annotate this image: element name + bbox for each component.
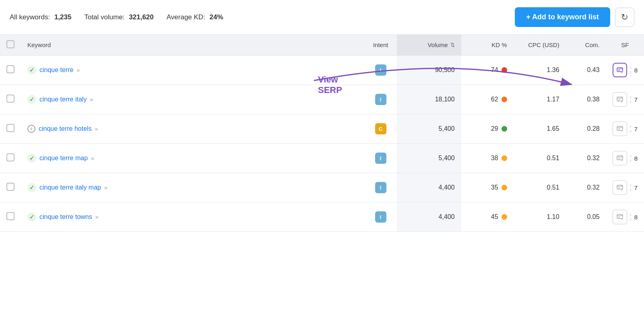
serp-icon[interactable] xyxy=(613,180,627,195)
sf-cell: 7 xyxy=(606,114,644,144)
refresh-button[interactable]: ↺ xyxy=(615,8,634,27)
kd-dot xyxy=(502,185,507,190)
chevron-double-icon: » xyxy=(95,126,98,132)
keyword-text: cinque terre towns xyxy=(39,213,92,221)
keyword-text: cinque terre map xyxy=(39,155,88,162)
kd-dot xyxy=(502,155,507,161)
intent-cell: I xyxy=(365,144,397,173)
volume-cell: 4,400 xyxy=(397,202,461,232)
keyword-text: cinque terre hotels xyxy=(39,125,92,132)
kd-cell: 35 xyxy=(461,173,514,202)
kd-value: 29 xyxy=(491,125,498,132)
svg-point-20 xyxy=(621,156,622,157)
serp-icon[interactable] xyxy=(613,210,627,224)
cpc-value: 0.51 xyxy=(547,155,559,161)
svg-rect-0 xyxy=(617,68,623,72)
cpc-cell: 0.51 xyxy=(514,173,566,202)
serp-icon[interactable] xyxy=(613,151,627,165)
row-checkbox[interactable] xyxy=(6,124,14,132)
row-checkbox-cell xyxy=(0,144,21,173)
row-checkbox[interactable] xyxy=(6,183,14,191)
volume-value: 5,400 xyxy=(439,125,455,132)
svg-rect-6 xyxy=(617,97,623,101)
keywords-table-container: Keyword Intent Volume ⇅ KD % CPC (USD) C… xyxy=(0,35,644,232)
volume-cell: 90,500 xyxy=(397,56,461,85)
intent-badge: I xyxy=(375,182,386,193)
volume-cell: 4,400 xyxy=(397,173,461,202)
intent-cell: C xyxy=(365,114,397,144)
intent-badge: I xyxy=(375,153,386,164)
keyword-link[interactable]: ✓ cinque terre italy map » xyxy=(27,183,358,192)
serp-icon[interactable] xyxy=(613,122,627,136)
kd-value: 74 xyxy=(491,66,498,74)
keyword-green-check-icon: ✓ xyxy=(27,154,36,163)
chevron-double-icon: » xyxy=(90,96,93,103)
kd-dot xyxy=(502,67,507,73)
row-checkbox[interactable] xyxy=(6,153,14,161)
keyword-link[interactable]: + cinque terre hotels » xyxy=(27,125,358,133)
volume-cell: 18,100 xyxy=(397,85,461,114)
keyword-green-check-icon: ✓ xyxy=(27,213,36,221)
keyword-green-check-icon: ✓ xyxy=(27,95,36,104)
select-all-column xyxy=(0,35,21,56)
sf-value: 7 xyxy=(630,184,638,191)
volume-sort-icon: ⇅ xyxy=(450,42,455,48)
serp-icon[interactable] xyxy=(613,63,627,77)
keyword-cell: ✓ cinque terre italy » xyxy=(21,85,365,114)
cpc-cell: 0.51 xyxy=(514,144,566,173)
keyword-cell: ✓ cinque terre map » xyxy=(21,144,365,173)
cpc-cell: 1.17 xyxy=(514,85,566,114)
keyword-cell: + cinque terre hotels » xyxy=(21,114,365,144)
com-cell: 0.43 xyxy=(566,56,606,85)
sf-cell: 8 xyxy=(606,202,644,232)
intent-cell: I xyxy=(365,56,397,85)
kd-cell: 38 xyxy=(461,144,514,173)
sf-value: 7 xyxy=(630,96,638,103)
keyword-cell: ✓ cinque terre » xyxy=(21,56,365,85)
volume-column-header[interactable]: Volume ⇅ xyxy=(397,35,461,56)
row-checkbox-cell xyxy=(0,85,21,114)
keyword-column-header: Keyword xyxy=(21,35,365,56)
cpc-value: 0.51 xyxy=(547,184,559,191)
com-value: 0.28 xyxy=(587,125,600,132)
all-keywords-stat: All keywords: 1,235 xyxy=(10,13,71,21)
cpc-value: 1.17 xyxy=(547,96,559,103)
kd-value: 38 xyxy=(491,155,498,162)
keyword-link[interactable]: ✓ cinque terre » xyxy=(27,66,358,74)
add-to-keyword-list-button[interactable]: + Add to keyword list xyxy=(515,7,610,27)
com-value: 0.43 xyxy=(587,66,600,73)
kd-value: 35 xyxy=(491,184,498,191)
svg-rect-30 xyxy=(617,215,623,219)
volume-cell: 5,400 xyxy=(397,114,461,144)
sf-cell: 7 xyxy=(606,173,644,202)
sf-value: 7 xyxy=(630,126,638,132)
row-checkbox[interactable] xyxy=(6,95,14,103)
kd-cell: 29 xyxy=(461,114,514,144)
avg-kd-stat: Average KD: 24% xyxy=(167,13,223,21)
svg-rect-24 xyxy=(617,185,623,189)
kd-dot xyxy=(502,97,507,102)
intent-badge: I xyxy=(375,64,386,76)
intent-cell: I xyxy=(365,202,397,232)
sf-value: 8 xyxy=(630,214,638,221)
intent-column-header: Intent xyxy=(365,35,397,56)
keyword-link[interactable]: ✓ cinque terre towns » xyxy=(27,213,358,221)
chevron-double-icon: » xyxy=(91,155,94,161)
row-checkbox[interactable] xyxy=(6,212,14,220)
row-checkbox[interactable] xyxy=(6,65,14,73)
keyword-green-check-icon: ✓ xyxy=(27,66,36,74)
keyword-link[interactable]: ✓ cinque terre map » xyxy=(27,154,358,163)
select-all-checkbox[interactable] xyxy=(6,40,14,48)
serp-icon[interactable] xyxy=(613,92,627,107)
svg-point-14 xyxy=(621,127,622,128)
kd-cell: 45 xyxy=(461,202,514,232)
com-cell: 0.28 xyxy=(566,114,606,144)
keyword-link[interactable]: ✓ cinque terre italy » xyxy=(27,95,358,104)
kd-column-header: KD % xyxy=(461,35,514,56)
refresh-icon: ↺ xyxy=(621,12,628,23)
kd-dot xyxy=(502,126,507,132)
com-cell: 0.38 xyxy=(566,85,606,114)
intent-cell: I xyxy=(365,85,397,114)
svg-point-32 xyxy=(621,215,622,216)
com-cell: 0.32 xyxy=(566,173,606,202)
